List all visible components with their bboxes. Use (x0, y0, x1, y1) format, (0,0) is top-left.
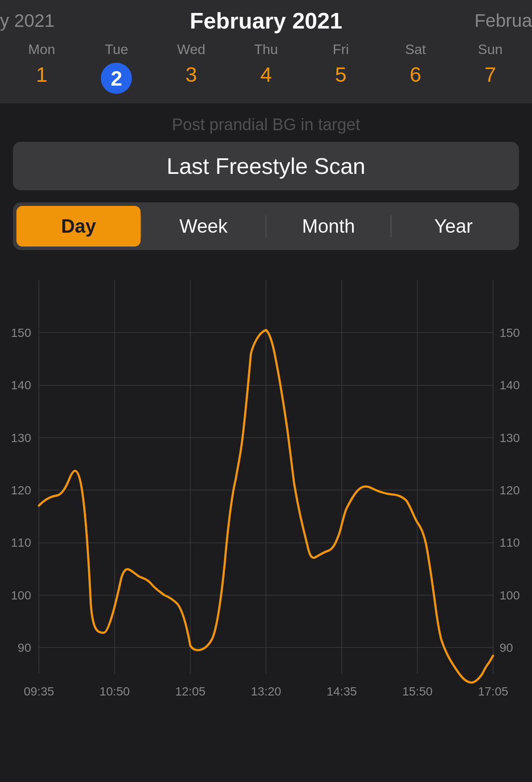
y-label-100: 100 (11, 589, 31, 602)
last-scan-bar: Last Freestyle Scan (13, 142, 519, 190)
y-label-140: 140 (11, 378, 31, 392)
y-label-right-110: 110 (500, 536, 520, 549)
x-label-1320: 13:20 (251, 685, 281, 698)
y-label-120: 120 (11, 484, 31, 497)
chart-container: 150 140 130 120 110 100 90 150 140 130 1… (0, 263, 532, 747)
date-2-today[interactable]: 2 (79, 60, 154, 96)
y-label-right-150: 150 (500, 326, 520, 340)
day-mon: Mon (4, 39, 79, 59)
date-1[interactable]: 1 (4, 60, 79, 96)
y-label-right-100: 100 (500, 589, 520, 602)
period-week-button[interactable]: Week (141, 206, 266, 247)
period-selector: Day Week Month Year (13, 202, 519, 250)
y-label-150: 150 (11, 326, 31, 340)
dates-row: 1 2 3 4 5 6 7 (0, 59, 532, 103)
day-thu: Thu (229, 39, 304, 59)
x-label-1705: 17:05 (478, 685, 508, 698)
calendar-header: y 2021 February 2021 Februa Mon Tue Wed … (0, 0, 532, 103)
date-7[interactable]: 7 (453, 60, 528, 96)
current-month-title: February 2021 (9, 8, 523, 34)
y-label-right-140: 140 (500, 378, 520, 392)
day-tue: Tue (79, 39, 154, 59)
day-sat: Sat (378, 39, 453, 59)
y-label-right-90: 90 (500, 641, 513, 654)
period-day-button[interactable]: Day (16, 206, 141, 247)
date-5[interactable]: 5 (303, 60, 378, 96)
y-label-right-120: 120 (500, 484, 520, 497)
x-label-1050: 10:50 (99, 685, 130, 698)
glucose-chart: 150 140 130 120 110 100 90 150 140 130 1… (0, 267, 532, 721)
x-label-1435: 14:35 (327, 685, 357, 698)
date-6[interactable]: 6 (378, 60, 453, 96)
days-of-week-row: Mon Tue Wed Thu Fri Sat Sun (0, 37, 532, 59)
day-wed: Wed (154, 39, 229, 59)
x-label-1550: 15:50 (402, 685, 433, 698)
day-fri: Fri (303, 39, 378, 59)
y-label-130: 130 (11, 431, 31, 445)
y-label-110: 110 (11, 536, 31, 549)
date-3[interactable]: 3 (154, 60, 229, 96)
x-label-0935: 09:35 (24, 685, 54, 698)
period-month-button[interactable]: Month (266, 206, 391, 247)
faded-bg-label: Post prandial BG in target (0, 103, 532, 138)
period-year-button[interactable]: Year (391, 206, 516, 247)
x-label-1205: 12:05 (175, 685, 205, 698)
day-sun: Sun (453, 39, 528, 59)
last-scan-label: Last Freestyle Scan (167, 154, 365, 179)
y-label-90: 90 (18, 641, 31, 654)
date-4[interactable]: 4 (229, 60, 304, 96)
next-month-label: Februa (474, 10, 532, 31)
month-title-row: y 2021 February 2021 Februa (0, 0, 532, 37)
prev-month-label: y 2021 (0, 10, 54, 31)
y-label-right-130: 130 (500, 431, 520, 445)
